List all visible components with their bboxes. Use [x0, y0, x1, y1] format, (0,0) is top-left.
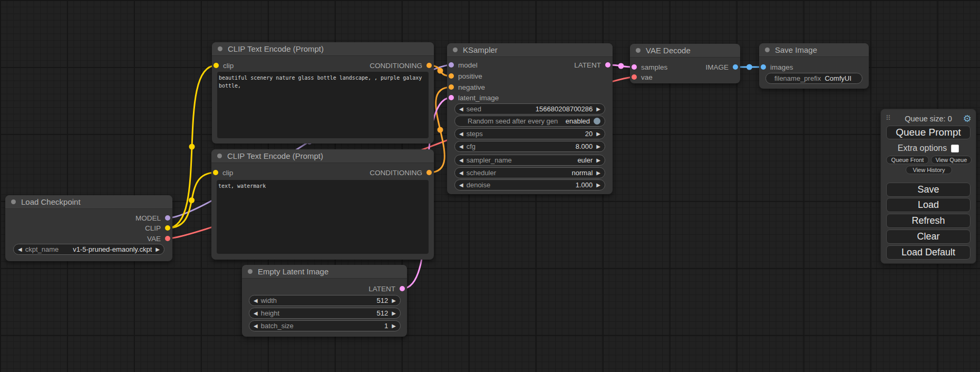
- view-history-button[interactable]: View History: [906, 166, 952, 174]
- widget-height[interactable]: ◀ height 512 ▶: [249, 308, 401, 319]
- increment-arrow-icon[interactable]: ▶: [392, 298, 396, 303]
- increment-arrow-icon[interactable]: ▶: [596, 158, 600, 163]
- increment-arrow-icon[interactable]: ▶: [392, 311, 396, 316]
- input-slot-model[interactable]: model: [449, 61, 478, 69]
- refresh-button[interactable]: Refresh: [886, 214, 971, 228]
- widget-cfg[interactable]: ◀ cfg 8.000 ▶: [454, 141, 605, 152]
- node-title-bar[interactable]: CLIP Text Encode (Prompt): [212, 42, 434, 56]
- port-model-icon[interactable]: [449, 62, 454, 68]
- input-slot-vae[interactable]: vae: [632, 73, 653, 81]
- input-slot-images[interactable]: images: [761, 63, 793, 71]
- node-ksampler[interactable]: KSampler model positive negative latent_…: [447, 43, 613, 194]
- node-vae-decode[interactable]: VAE Decode samples vae IMAGE: [630, 44, 740, 83]
- widget-batch-size[interactable]: ◀ batch_size 1 ▶: [249, 320, 401, 331]
- load-default-button[interactable]: Load Default: [886, 245, 971, 260]
- port-image-icon[interactable]: [733, 64, 738, 70]
- input-slot-positive[interactable]: positive: [449, 72, 482, 80]
- widget-denoise[interactable]: ◀ denoise 1.000 ▶: [454, 179, 605, 190]
- collapse-dot-icon[interactable]: [218, 46, 222, 51]
- clear-button[interactable]: Clear: [886, 230, 971, 244]
- port-latent-icon[interactable]: [449, 95, 454, 100]
- toggle-icon[interactable]: [594, 118, 600, 125]
- collapse-dot-icon[interactable]: [248, 269, 253, 274]
- widget-sampler-name[interactable]: ◀ sampler_name euler ▶: [454, 155, 605, 166]
- node-title-bar[interactable]: KSampler: [447, 43, 613, 57]
- decrement-arrow-icon[interactable]: ◀: [459, 144, 463, 149]
- decrement-arrow-icon[interactable]: ◀: [254, 298, 258, 303]
- output-slot-vae[interactable]: VAE: [147, 234, 170, 243]
- port-vae-icon[interactable]: [632, 74, 637, 80]
- port-latent-icon[interactable]: [605, 62, 610, 68]
- decrement-arrow-icon[interactable]: ◀: [459, 170, 463, 176]
- port-clip-icon[interactable]: [213, 170, 218, 175]
- widget-random-seed[interactable]: Random seed after every gen enabled: [454, 116, 605, 127]
- node-title-bar[interactable]: VAE Decode: [630, 44, 740, 58]
- output-slot-conditioning[interactable]: CONDITIONING: [370, 61, 432, 70]
- port-latent-icon[interactable]: [400, 286, 405, 291]
- port-conditioning-icon[interactable]: [426, 170, 432, 175]
- decrement-arrow-icon[interactable]: ◀: [459, 107, 463, 112]
- decrement-arrow-icon[interactable]: ◀: [254, 311, 258, 316]
- output-slot-conditioning[interactable]: CONDITIONING: [370, 168, 432, 177]
- widget-scheduler[interactable]: ◀ scheduler normal ▶: [454, 167, 605, 178]
- save-button[interactable]: Save: [886, 183, 971, 197]
- input-slot-clip[interactable]: clip: [214, 61, 234, 70]
- node-load-checkpoint[interactable]: Load Checkpoint MODEL CLIP VAE ◀ ckpt_na…: [5, 195, 172, 261]
- queue-prompt-button[interactable]: Queue Prompt: [886, 126, 971, 139]
- increment-arrow-icon[interactable]: ▶: [596, 144, 600, 149]
- output-slot-clip[interactable]: CLIP: [145, 224, 170, 232]
- port-conditioning-icon[interactable]: [426, 63, 432, 68]
- port-conditioning-icon[interactable]: [449, 73, 454, 79]
- node-graph-canvas[interactable]: Load Checkpoint MODEL CLIP VAE ◀ ckpt_na…: [0, 0, 980, 372]
- collapse-dot-icon[interactable]: [217, 154, 222, 158]
- port-image-icon[interactable]: [761, 64, 766, 70]
- widget-seed[interactable]: ◀ seed 156680208700286 ▶: [454, 103, 605, 115]
- port-clip-icon[interactable]: [165, 225, 170, 231]
- increment-arrow-icon[interactable]: ▶: [596, 107, 600, 112]
- prompt-textarea[interactable]: text, watermark: [217, 180, 429, 254]
- view-queue-button[interactable]: View Queue: [931, 156, 972, 164]
- collapse-dot-icon[interactable]: [765, 47, 770, 52]
- port-clip-icon[interactable]: [214, 63, 219, 68]
- output-slot-image[interactable]: IMAGE: [705, 63, 738, 71]
- widget-ckpt-name[interactable]: ◀ ckpt_name v1-5-pruned-emaonly.ckpt ▶: [13, 244, 164, 255]
- output-slot-latent[interactable]: LATENT: [574, 61, 610, 69]
- decrement-arrow-icon[interactable]: ◀: [18, 247, 22, 252]
- widget-width[interactable]: ◀ width 512 ▶: [249, 295, 401, 306]
- widget-steps[interactable]: ◀ steps 20 ▶: [454, 128, 605, 139]
- output-slot-latent[interactable]: LATENT: [368, 284, 405, 293]
- decrement-arrow-icon[interactable]: ◀: [459, 131, 463, 137]
- collapse-dot-icon[interactable]: [11, 199, 16, 204]
- input-slot-latent-image[interactable]: latent_image: [449, 93, 499, 102]
- widget-filename-prefix[interactable]: filename_prefix ComfyUI: [765, 73, 862, 84]
- node-title-bar[interactable]: Empty Latent Image: [242, 265, 407, 279]
- port-conditioning-icon[interactable]: [449, 84, 454, 90]
- increment-arrow-icon[interactable]: ▶: [392, 323, 396, 329]
- extra-options-checkbox[interactable]: [951, 145, 959, 152]
- node-clip-text-encode-negative[interactable]: CLIP Text Encode (Prompt) clip CONDITION…: [211, 149, 434, 260]
- node-title-bar[interactable]: Load Checkpoint: [5, 195, 172, 209]
- port-latent-icon[interactable]: [632, 64, 637, 70]
- increment-arrow-icon[interactable]: ▶: [156, 247, 160, 252]
- increment-arrow-icon[interactable]: ▶: [596, 183, 600, 188]
- increment-arrow-icon[interactable]: ▶: [596, 131, 600, 137]
- node-title-bar[interactable]: CLIP Text Encode (Prompt): [211, 149, 434, 163]
- collapse-dot-icon[interactable]: [636, 48, 641, 53]
- decrement-arrow-icon[interactable]: ◀: [459, 183, 463, 188]
- node-title-bar[interactable]: Save Image: [759, 43, 869, 57]
- input-slot-clip[interactable]: clip: [213, 168, 233, 177]
- port-vae-icon[interactable]: [165, 236, 170, 241]
- node-clip-text-encode-positive[interactable]: CLIP Text Encode (Prompt) clip CONDITION…: [212, 42, 434, 144]
- increment-arrow-icon[interactable]: ▶: [596, 170, 600, 176]
- collapse-dot-icon[interactable]: [453, 47, 458, 52]
- input-slot-samples[interactable]: samples: [632, 63, 667, 71]
- load-button[interactable]: Load: [886, 198, 971, 212]
- output-slot-model[interactable]: MODEL: [135, 214, 170, 222]
- decrement-arrow-icon[interactable]: ◀: [254, 323, 258, 329]
- node-empty-latent-image[interactable]: Empty Latent Image LATENT ◀ width 512 ▶ …: [242, 265, 407, 337]
- port-model-icon[interactable]: [165, 215, 170, 221]
- prompt-textarea[interactable]: beautiful scenery nature glass bottle la…: [217, 72, 429, 138]
- input-slot-negative[interactable]: negative: [449, 83, 485, 91]
- gear-icon[interactable]: ⚙: [963, 113, 972, 125]
- decrement-arrow-icon[interactable]: ◀: [459, 158, 463, 163]
